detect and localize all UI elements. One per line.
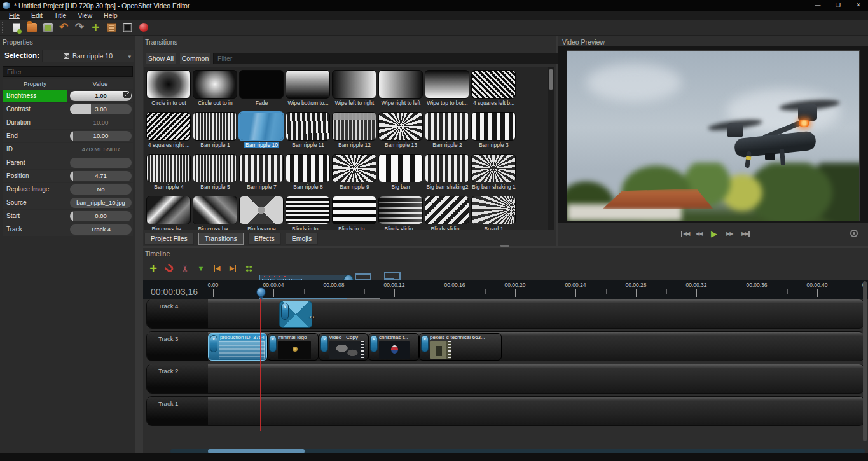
transition-item-blinds-in-to[interactable]: Blinds in to ... xyxy=(331,195,378,230)
scrollbar-thumb[interactable] xyxy=(549,69,553,90)
menu-file[interactable]: File xyxy=(4,11,25,19)
choose-profile-button[interactable] xyxy=(104,20,120,34)
tab-transitions[interactable]: Transitions xyxy=(198,233,244,245)
transition-item-barr-ripple-12[interactable]: Barr ripple 12 xyxy=(331,111,378,153)
fast-forward-button[interactable]: ▶▶ xyxy=(726,229,733,238)
transition-item-big-cross-ba[interactable]: Big cross ba... xyxy=(192,195,238,230)
toolbar-grip-handle[interactable] xyxy=(2,22,4,33)
menu-edit[interactable]: Edit xyxy=(26,11,48,19)
clip-pexels-c-technical-663[interactable]: ∨pexels-c-technical-663... xyxy=(419,333,502,361)
save-project-button[interactable] xyxy=(40,20,56,34)
tab-effects[interactable]: Effects xyxy=(248,233,281,245)
clip-christmas-t[interactable]: ∨christmas-t... xyxy=(368,333,419,361)
transition-item-barr-ripple-7[interactable]: Barr ripple 7 xyxy=(238,153,285,195)
import-files-button[interactable]: + xyxy=(88,20,104,34)
tab-project-files[interactable]: Project Files xyxy=(144,233,194,245)
property-value[interactable]: 10.00 xyxy=(69,130,133,142)
property-value[interactable]: 47IXME5NHR xyxy=(69,143,133,156)
show-all-button[interactable]: Show All xyxy=(146,53,176,64)
splitter-handle[interactable] xyxy=(500,245,509,247)
transition-item-barr-ripple-1[interactable]: Barr ripple 1 xyxy=(192,111,238,153)
export-video-button[interactable] xyxy=(135,20,151,34)
property-value[interactable]: 10.00 xyxy=(69,116,133,129)
snapping-button[interactable] xyxy=(162,261,176,275)
timeline-ruler[interactable]: 00:00:03,16 0:0000:00:0400:00:0800:00:12… xyxy=(143,280,868,299)
maximize-button[interactable]: ❐ xyxy=(829,0,848,11)
transition-item-big-barr-shaking-1[interactable]: Big barr shaking 1 xyxy=(471,153,517,195)
common-button[interactable]: Common xyxy=(180,53,210,64)
transition-item-circle-in-to-out[interactable]: Circle in to out xyxy=(146,69,192,111)
property-value[interactable] xyxy=(69,156,133,169)
track-lane-track-1[interactable]: Track 1 xyxy=(146,396,865,426)
property-value[interactable]: No xyxy=(69,183,133,196)
razor-button[interactable]: ✂ xyxy=(178,261,192,275)
property-value[interactable]: barr_ripple_10.jpg xyxy=(69,196,133,209)
property-value[interactable]: 4.71 xyxy=(69,170,133,182)
property-value[interactable]: 1.00 xyxy=(69,90,133,102)
transition-item-circle-out-to-in[interactable]: Circle out to in xyxy=(192,69,238,111)
value-pill[interactable]: 10.00 xyxy=(70,131,132,141)
add-marker-button[interactable]: ▼ xyxy=(194,261,208,275)
transition-item-blinds-in-to[interactable]: Blinds in to ... xyxy=(285,195,331,230)
new-project-button[interactable] xyxy=(8,20,24,34)
rewind-button[interactable]: ◀◀ xyxy=(696,229,702,238)
transition-item-big-losange[interactable]: Big losange xyxy=(238,195,285,230)
transition-item-barr-ripple-5[interactable]: Barr ripple 5 xyxy=(192,153,238,195)
track-lane-track-3[interactable]: Track 3∨production ID_3764∨minimal-logo-… xyxy=(146,331,865,361)
transition-item-wipe-right-to-left[interactable]: Wipe right to left xyxy=(378,69,424,111)
value-pill[interactable]: 3.00 xyxy=(70,104,132,114)
transition-item-big-barr[interactable]: Big barr xyxy=(378,153,424,195)
open-project-button[interactable] xyxy=(24,20,40,34)
transition-item-board-1[interactable]: Board 1 xyxy=(471,195,517,230)
properties-filter-input[interactable] xyxy=(3,66,133,77)
transition-item-4-squares-left-b[interactable]: 4 squares left b... xyxy=(471,69,517,111)
clip-production-id-3764[interactable]: ∨production ID_3764 xyxy=(208,333,267,361)
close-button[interactable]: ✕ xyxy=(849,0,868,11)
clip-minimal-logo[interactable]: ∨minimal-logo- xyxy=(267,333,319,361)
snapshot-icon[interactable] xyxy=(850,230,858,237)
property-value[interactable]: 3.00 xyxy=(69,103,133,116)
transitions-scrollbar[interactable] xyxy=(548,67,554,230)
track-lane-track-4[interactable]: Track 4∨↔ xyxy=(146,299,865,329)
transition-item-blinds-slidin[interactable]: Blinds slidin... xyxy=(424,195,471,230)
previous-marker-button[interactable]: ◀ xyxy=(210,261,224,275)
transition-item-fade[interactable]: Fade xyxy=(238,69,285,111)
transition-item-barr-ripple-3[interactable]: Barr ripple 3 xyxy=(471,111,517,153)
transition-item-barr-ripple-4[interactable]: Barr ripple 4 xyxy=(146,153,192,195)
selection-dropdown[interactable]: Barr ripple 10 ▾ xyxy=(42,50,134,62)
redo-button[interactable]: ↷ xyxy=(72,20,88,34)
value-pill[interactable] xyxy=(70,158,132,168)
value-pill[interactable]: barr_ripple_10.jpg xyxy=(70,198,132,208)
transition-item-barr-ripple-8[interactable]: Barr ripple 8 xyxy=(285,153,331,195)
transition-item-big-cross-ba[interactable]: Big cross ba... xyxy=(146,195,192,230)
transition-item-barr-ripple-10[interactable]: Barr ripple 10 xyxy=(238,111,285,153)
playhead-marker[interactable] xyxy=(256,287,266,297)
jump-end-button[interactable]: ▶▶ xyxy=(741,229,750,238)
menu-title[interactable]: Title xyxy=(49,11,71,19)
undo-button[interactable]: ↶ xyxy=(56,20,72,34)
play-button[interactable]: ▶ xyxy=(711,229,717,238)
transition-item-big-barr-shaking2[interactable]: Big barr shaking2 xyxy=(424,153,471,195)
value-pill[interactable]: Track 4 xyxy=(70,224,132,235)
timeline-hscroll-thumb[interactable] xyxy=(208,449,305,453)
center-playhead-button[interactable] xyxy=(242,261,256,275)
keyframe-edit-icon[interactable] xyxy=(123,92,131,98)
fullscreen-button[interactable] xyxy=(120,20,135,34)
value-pill[interactable]: No xyxy=(70,184,132,195)
transition-item-barr-ripple-11[interactable]: Barr ripple 11 xyxy=(285,111,331,153)
transition-item-4-squares-right[interactable]: 4 squares right ... xyxy=(146,111,192,153)
next-marker-button[interactable]: ▶ xyxy=(226,261,240,275)
transition-item-barr-ripple-2[interactable]: Barr ripple 2 xyxy=(424,111,471,153)
transition-item-wipe-left-to-right[interactable]: Wipe left to right xyxy=(331,69,378,111)
transition-item-wipe-top-to-bot[interactable]: Wipe top to bot... xyxy=(424,69,471,111)
minimize-button[interactable]: — xyxy=(808,0,827,11)
clip-video-copy[interactable]: ∨video - Copy xyxy=(319,333,368,361)
add-track-button[interactable]: + xyxy=(146,261,160,275)
timeline-vscroll-thumb[interactable] xyxy=(863,281,867,441)
menu-help[interactable]: Help xyxy=(99,11,123,19)
value-pill[interactable]: 4.71 xyxy=(70,171,132,181)
transition-item-barr-ripple-9[interactable]: Barr ripple 9 xyxy=(331,153,378,195)
transition-item-barr-ripple-13[interactable]: Barr ripple 13 xyxy=(378,111,424,153)
property-value[interactable]: Track 4 xyxy=(69,223,133,236)
track-lane-track-2[interactable]: Track 2 xyxy=(146,364,865,394)
